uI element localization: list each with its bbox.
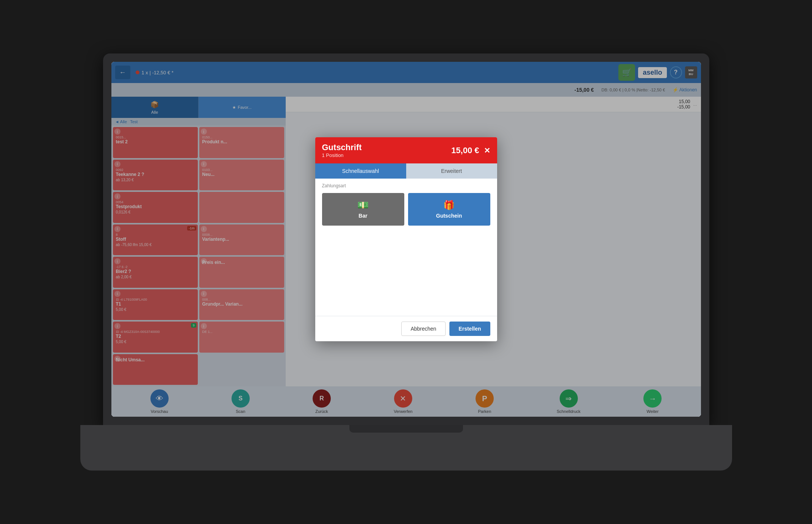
- erstellen-button[interactable]: Erstellen: [449, 322, 490, 336]
- screen: ← 1 x | -12,50 € * 🛒 asello ? MM BU: [111, 62, 701, 417]
- bar-payment-button[interactable]: 💵 Bar: [322, 193, 404, 226]
- modal-title-section: Gutschrift 1 Position: [322, 143, 362, 158]
- zahlungsart-label: Zahlungsart: [315, 179, 497, 191]
- modal-body: Zahlungsart 💵 Bar 🎁 Gutschein: [315, 179, 497, 316]
- laptop-hinge: [349, 425, 463, 433]
- modal-footer: Abbrechen Erstellen: [315, 316, 497, 341]
- gift-icon: 🎁: [443, 200, 455, 210]
- gutschrift-modal: Gutschrift 1 Position 15,00 € ✕ Schnella…: [315, 137, 497, 341]
- modal-tabs: Schnellauswahl Erweitert: [315, 163, 497, 179]
- cash-icon: 💵: [357, 200, 369, 210]
- laptop-body: ← 1 x | -12,50 € * 🛒 asello ? MM BU: [103, 53, 709, 425]
- modal-title: Gutschrift: [322, 143, 362, 152]
- modal-body-space: [315, 232, 497, 316]
- payment-options: 💵 Bar 🎁 Gutschein: [315, 191, 497, 232]
- gutschein-payment-button[interactable]: 🎁 Gutschein: [408, 193, 490, 226]
- abbrechen-button[interactable]: Abbrechen: [401, 322, 446, 336]
- pos-app: ← 1 x | -12,50 € * 🛒 asello ? MM BU: [111, 62, 701, 417]
- tab-schnellauswahl[interactable]: Schnellauswahl: [315, 163, 406, 179]
- modal-close-button[interactable]: ✕: [484, 146, 490, 155]
- tab-erweitert[interactable]: Erweitert: [406, 163, 497, 179]
- modal-amount: 15,00 € ✕: [451, 146, 490, 155]
- laptop: ← 1 x | -12,50 € * 🛒 asello ? MM BU: [103, 53, 709, 471]
- modal-subtitle: 1 Position: [322, 152, 362, 158]
- modal-overlay: Gutschrift 1 Position 15,00 € ✕ Schnella…: [111, 62, 701, 417]
- modal-header: Gutschrift 1 Position 15,00 € ✕: [315, 137, 497, 163]
- laptop-base: [80, 425, 732, 471]
